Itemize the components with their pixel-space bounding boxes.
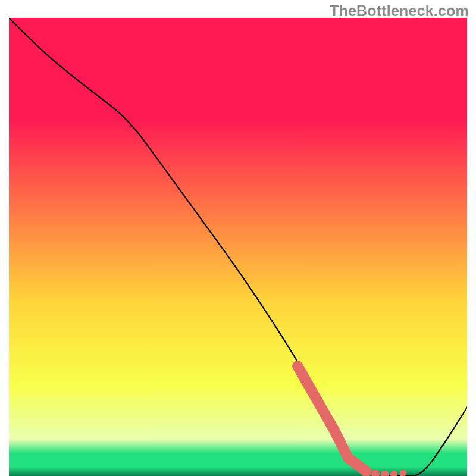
highlight-dot (390, 471, 397, 476)
plot-area (9, 18, 467, 476)
watermark-text: TheBottleneck.com (330, 2, 469, 20)
highlight-segment (298, 366, 366, 471)
highlight-dot (380, 471, 389, 476)
chart-stage: TheBottleneck.com (0, 0, 476, 476)
highlight-dot (371, 469, 380, 476)
bottleneck-curve (9, 18, 467, 476)
curve-overlay (9, 18, 467, 476)
highlight-dot (399, 469, 406, 476)
